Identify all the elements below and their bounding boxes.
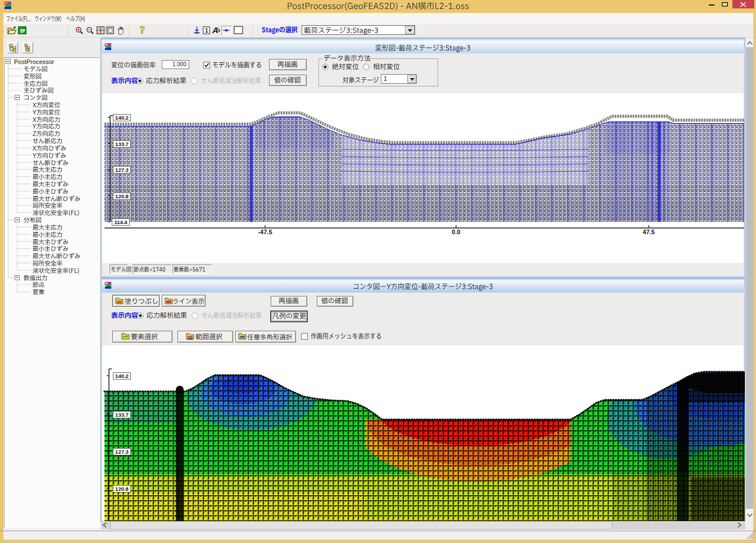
svg-text:1: 1 bbox=[205, 28, 208, 34]
svg-text:?: ? bbox=[140, 25, 145, 36]
svg-text:A: A bbox=[212, 25, 218, 35]
